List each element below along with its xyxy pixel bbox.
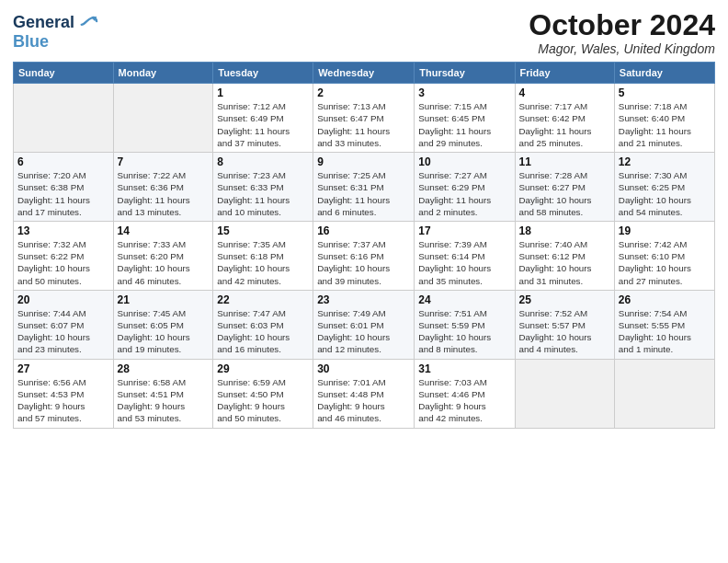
day-number: 26 <box>619 293 711 306</box>
table-row: 31Sunrise: 7:03 AMSunset: 4:46 PMDayligh… <box>415 359 515 428</box>
col-thursday: Thursday <box>415 63 515 84</box>
table-row: 25Sunrise: 7:52 AMSunset: 5:57 PMDayligh… <box>515 290 614 359</box>
table-row: 3Sunrise: 7:15 AMSunset: 6:45 PMDaylight… <box>415 84 515 153</box>
day-info: Sunrise: 7:39 AMSunset: 6:14 PMDaylight:… <box>418 238 510 287</box>
day-number: 28 <box>118 362 210 375</box>
logo-icon <box>78 13 98 33</box>
day-number: 23 <box>317 293 410 306</box>
table-row: 20Sunrise: 7:44 AMSunset: 6:07 PMDayligh… <box>14 290 114 359</box>
table-row: 14Sunrise: 7:33 AMSunset: 6:20 PMDayligh… <box>113 221 213 290</box>
day-info: Sunrise: 7:20 AMSunset: 6:38 PMDaylight:… <box>17 169 109 218</box>
table-row: 5Sunrise: 7:18 AMSunset: 6:40 PMDaylight… <box>614 84 714 153</box>
day-info: Sunrise: 7:27 AMSunset: 6:29 PMDaylight:… <box>418 169 510 218</box>
day-info: Sunrise: 7:23 AMSunset: 6:33 PMDaylight:… <box>217 169 309 218</box>
col-wednesday: Wednesday <box>313 63 415 84</box>
day-number: 8 <box>217 155 309 168</box>
table-row: 22Sunrise: 7:47 AMSunset: 6:03 PMDayligh… <box>213 290 313 359</box>
day-info: Sunrise: 7:22 AMSunset: 6:36 PMDaylight:… <box>118 169 210 218</box>
day-info: Sunrise: 6:58 AMSunset: 4:51 PMDaylight:… <box>118 376 210 425</box>
day-info: Sunrise: 7:03 AMSunset: 4:46 PMDaylight:… <box>418 376 510 425</box>
logo-general: General <box>13 14 74 32</box>
table-row: 11Sunrise: 7:28 AMSunset: 6:27 PMDayligh… <box>515 153 614 222</box>
day-info: Sunrise: 7:17 AMSunset: 6:42 PMDaylight:… <box>519 100 610 149</box>
page-title: October 2024 <box>529 9 715 41</box>
col-monday: Monday <box>113 63 213 84</box>
day-number: 18 <box>519 224 610 237</box>
table-row: 6Sunrise: 7:20 AMSunset: 6:38 PMDaylight… <box>14 153 114 222</box>
day-info: Sunrise: 7:33 AMSunset: 6:20 PMDaylight:… <box>118 238 210 287</box>
day-number: 7 <box>118 155 210 168</box>
day-number: 27 <box>17 362 109 375</box>
day-info: Sunrise: 6:56 AMSunset: 4:53 PMDaylight:… <box>17 376 109 425</box>
day-info: Sunrise: 7:13 AMSunset: 6:47 PMDaylight:… <box>317 100 410 149</box>
page-subtitle: Magor, Wales, United Kingdom <box>529 41 715 56</box>
table-row: 1Sunrise: 7:12 AMSunset: 6:49 PMDaylight… <box>213 84 313 153</box>
table-row: 27Sunrise: 6:56 AMSunset: 4:53 PMDayligh… <box>14 359 114 428</box>
day-info: Sunrise: 7:44 AMSunset: 6:07 PMDaylight:… <box>17 307 109 356</box>
table-row: 8Sunrise: 7:23 AMSunset: 6:33 PMDaylight… <box>213 153 313 222</box>
table-row: 15Sunrise: 7:35 AMSunset: 6:18 PMDayligh… <box>213 221 313 290</box>
day-number: 30 <box>317 362 410 375</box>
table-row: 16Sunrise: 7:37 AMSunset: 6:16 PMDayligh… <box>313 221 415 290</box>
table-row: 2Sunrise: 7:13 AMSunset: 6:47 PMDaylight… <box>313 84 415 153</box>
table-row: 30Sunrise: 7:01 AMSunset: 4:48 PMDayligh… <box>313 359 415 428</box>
table-row: 24Sunrise: 7:51 AMSunset: 5:59 PMDayligh… <box>415 290 515 359</box>
table-row: 13Sunrise: 7:32 AMSunset: 6:22 PMDayligh… <box>14 221 114 290</box>
table-row: 4Sunrise: 7:17 AMSunset: 6:42 PMDaylight… <box>515 84 614 153</box>
day-number: 17 <box>418 224 510 237</box>
table-row: 28Sunrise: 6:58 AMSunset: 4:51 PMDayligh… <box>113 359 213 428</box>
table-row: 17Sunrise: 7:39 AMSunset: 6:14 PMDayligh… <box>415 221 515 290</box>
day-info: Sunrise: 7:37 AMSunset: 6:16 PMDaylight:… <box>317 238 410 287</box>
day-number: 1 <box>217 86 309 99</box>
day-info: Sunrise: 7:01 AMSunset: 4:48 PMDaylight:… <box>317 376 410 425</box>
day-info: Sunrise: 7:52 AMSunset: 5:57 PMDaylight:… <box>519 307 610 356</box>
table-row: 26Sunrise: 7:54 AMSunset: 5:55 PMDayligh… <box>614 290 714 359</box>
day-number: 16 <box>317 224 410 237</box>
table-row <box>14 84 114 153</box>
day-info: Sunrise: 7:42 AMSunset: 6:10 PMDaylight:… <box>619 238 711 287</box>
day-number: 12 <box>619 155 711 168</box>
table-row <box>614 359 714 428</box>
day-number: 14 <box>118 224 210 237</box>
day-info: Sunrise: 7:25 AMSunset: 6:31 PMDaylight:… <box>317 169 410 218</box>
table-row: 7Sunrise: 7:22 AMSunset: 6:36 PMDaylight… <box>113 153 213 222</box>
day-number: 3 <box>418 86 510 99</box>
day-number: 22 <box>217 293 309 306</box>
day-info: Sunrise: 7:51 AMSunset: 5:59 PMDaylight:… <box>418 307 510 356</box>
calendar-table: Sunday Monday Tuesday Wednesday Thursday… <box>13 62 715 428</box>
day-info: Sunrise: 7:18 AMSunset: 6:40 PMDaylight:… <box>619 100 711 149</box>
day-number: 21 <box>118 293 210 306</box>
day-number: 15 <box>217 224 309 237</box>
day-number: 24 <box>418 293 510 306</box>
day-info: Sunrise: 7:45 AMSunset: 6:05 PMDaylight:… <box>118 307 210 356</box>
col-saturday: Saturday <box>614 63 714 84</box>
col-tuesday: Tuesday <box>213 63 313 84</box>
day-info: Sunrise: 7:40 AMSunset: 6:12 PMDaylight:… <box>519 238 610 287</box>
table-row: 18Sunrise: 7:40 AMSunset: 6:12 PMDayligh… <box>515 221 614 290</box>
day-info: Sunrise: 6:59 AMSunset: 4:50 PMDaylight:… <box>217 376 309 425</box>
day-number: 6 <box>17 155 109 168</box>
table-row <box>515 359 614 428</box>
logo: General Blue <box>13 13 98 52</box>
table-row: 29Sunrise: 6:59 AMSunset: 4:50 PMDayligh… <box>213 359 313 428</box>
day-number: 5 <box>619 86 711 99</box>
day-number: 13 <box>17 224 109 237</box>
day-info: Sunrise: 7:47 AMSunset: 6:03 PMDaylight:… <box>217 307 309 356</box>
day-info: Sunrise: 7:30 AMSunset: 6:25 PMDaylight:… <box>619 169 711 218</box>
day-info: Sunrise: 7:35 AMSunset: 6:18 PMDaylight:… <box>217 238 309 287</box>
table-row: 10Sunrise: 7:27 AMSunset: 6:29 PMDayligh… <box>415 153 515 222</box>
day-number: 10 <box>418 155 510 168</box>
day-number: 20 <box>17 293 109 306</box>
day-number: 4 <box>519 86 610 99</box>
table-row: 21Sunrise: 7:45 AMSunset: 6:05 PMDayligh… <box>113 290 213 359</box>
day-number: 31 <box>418 362 510 375</box>
col-friday: Friday <box>515 63 614 84</box>
day-info: Sunrise: 7:12 AMSunset: 6:49 PMDaylight:… <box>217 100 309 149</box>
title-block: October 2024 Magor, Wales, United Kingdo… <box>529 9 715 56</box>
col-sunday: Sunday <box>14 63 114 84</box>
table-row: 12Sunrise: 7:30 AMSunset: 6:25 PMDayligh… <box>614 153 714 222</box>
day-info: Sunrise: 7:32 AMSunset: 6:22 PMDaylight:… <box>17 238 109 287</box>
day-number: 9 <box>317 155 410 168</box>
table-row <box>113 84 213 153</box>
day-number: 19 <box>619 224 711 237</box>
